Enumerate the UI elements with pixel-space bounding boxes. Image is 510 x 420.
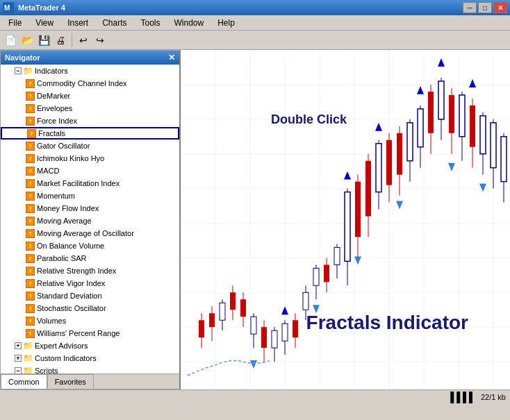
navigator-close-btn[interactable]: ✕ [168,53,175,62]
nav-label-envelopes: Envelopes [37,104,72,112]
svg-text:M: M [4,4,10,12]
toolbar-open[interactable]: 📂 [19,33,35,48]
nav-label-stddev: Standard Deviation [37,292,102,300]
indicator-f-icon: f [26,304,35,313]
expand-scripts[interactable]: − [15,367,22,373]
expert-advisors-label: Expert Advisors [35,342,88,350]
toolbar-save[interactable]: 💾 [36,33,51,48]
nav-item-macd[interactable]: f MACD [1,165,179,177]
navigator-tabs: Common Favorites [1,373,179,389]
nav-item-ichimoku[interactable]: f Ichimoku Kinko Hyo [1,152,179,165]
svg-rect-72 [459,95,465,137]
indicator-f-icon: f [26,229,35,238]
nav-label-psar: Parabolic SAR [37,254,87,262]
menu-help[interactable]: Help [212,17,240,29]
menu-view[interactable]: View [30,17,59,29]
expand-custom-indicators[interactable]: + [15,355,22,362]
bar-icon: ▌▌▌▌ [450,392,475,403]
nav-item-wpr[interactable]: f Williams' Percent Range [1,327,179,339]
expert-advisors-icon: 📁 [23,341,33,351]
main-layout: Navigator ✕ − 📁 Indicators f Commodity C… [0,50,510,389]
svg-rect-58 [386,140,392,185]
nav-label-demarker: DeMarker [37,92,70,100]
indicator-f-icon: f [26,117,35,126]
navigator-body[interactable]: − 📁 Indicators f Commodity Channel Index… [1,65,179,373]
svg-rect-64 [418,109,423,147]
nav-indicators-row[interactable]: − 📁 Indicators [1,65,179,77]
chart-area[interactable]: Double Click Fractals Indicator [181,50,510,389]
indicator-f-icon: f [27,129,36,138]
indicators-label: Indicators [35,67,68,75]
nav-scripts-row[interactable]: − 📁 Scripts [1,364,179,373]
nav-item-obv[interactable]: f On Balance Volume [1,240,179,252]
nav-label-ma: Moving Average [37,217,92,225]
nav-item-mao[interactable]: f Moving Average of Oscillator [1,227,179,240]
nav-item-ma[interactable]: f Moving Average [1,215,179,227]
menu-bar: File View Insert Charts Tools Window Hel… [0,15,510,31]
svg-rect-60 [397,133,402,175]
nav-item-stddev[interactable]: f Standard Deviation [1,289,179,302]
svg-rect-62 [407,123,413,161]
nav-item-momentum[interactable]: f Momentum [1,190,179,202]
nav-label-gator: Gator Oscillator [37,142,90,150]
close-button[interactable]: ✕ [493,2,507,13]
indicator-f-icon: f [26,217,35,226]
nav-label-cci: Commodity Channel Index [37,79,127,87]
nav-item-demarker[interactable]: f DeMarker [1,90,179,102]
nav-item-mfi[interactable]: f Market Facilitation Index [1,177,179,190]
tab-common[interactable]: Common [1,374,47,389]
nav-label-obv: On Balance Volume [37,242,104,250]
nav-item-psar[interactable]: f Parabolic SAR [1,252,179,264]
indicator-f-icon: f [26,104,35,113]
indicator-f-icon: f [26,317,35,326]
svg-rect-78 [491,123,496,168]
indicator-f-icon: f [26,267,35,276]
nav-item-volumes[interactable]: f Volumes [1,314,179,327]
nav-label-macd: MACD [37,167,59,175]
nav-item-cci[interactable]: f Commodity Channel Index [1,77,179,90]
expand-expert-advisors[interactable]: + [15,342,22,349]
nav-item-stoch[interactable]: f Stochastic Oscillator [1,302,179,314]
toolbar-redo[interactable]: ↪ [92,33,108,48]
svg-rect-36 [272,330,277,348]
svg-rect-44 [313,268,319,285]
navigator-header: Navigator ✕ [1,51,179,65]
toolbar-new[interactable]: 📄 [3,33,18,48]
indicator-f-icon: f [26,242,35,251]
minimize-button[interactable]: ─ [463,2,477,13]
indicator-f-icon: f [26,279,35,288]
menu-window[interactable]: Window [169,17,210,29]
menu-insert[interactable]: Insert [62,17,94,29]
window-title: MetaTrader 4 [18,3,463,12]
toolbar-undo[interactable]: ↩ [76,33,91,48]
indicator-f-icon: f [26,292,35,301]
nav-label-stoch: Stochastic Oscillator [37,304,106,312]
window-controls: ─ □ ✕ [463,2,507,13]
expand-indicators[interactable]: − [15,67,22,74]
nav-item-rsi[interactable]: f Relative Strength Index [1,264,179,277]
toolbar: 📄 📂 💾 🖨 ↩ ↪ [0,31,510,50]
nav-item-fractals[interactable]: f Fractals [1,127,179,140]
nav-expert-advisors-row[interactable]: + 📁 Expert Advisors [1,339,179,352]
double-click-label: Double Click [271,112,347,127]
menu-tools[interactable]: Tools [135,17,166,29]
svg-rect-46 [324,264,329,282]
toolbar-print[interactable]: 🖨 [53,33,68,48]
nav-item-envelopes[interactable]: f Envelopes [1,102,179,115]
nav-custom-indicators-row[interactable]: + 📁 Custom Indicators [1,352,179,364]
svg-rect-66 [428,92,434,133]
title-bar: M MetaTrader 4 ─ □ ✕ [0,0,510,15]
nav-item-gator[interactable]: f Gator Oscillator [1,140,179,152]
menu-charts[interactable]: Charts [97,17,132,29]
nav-item-force[interactable]: f Force Index [1,115,179,127]
navigator-panel: Navigator ✕ − 📁 Indicators f Commodity C… [0,50,181,389]
nav-item-moneyflow[interactable]: f Money Flow Index [1,202,179,215]
tab-favorites[interactable]: Favorites [47,374,94,389]
svg-rect-50 [345,192,350,262]
nav-item-rvi[interactable]: f Relative Vigor Index [1,277,179,289]
restore-button[interactable]: □ [478,2,492,13]
nav-label-mao: Moving Average of Oscillator [37,229,134,237]
svg-rect-34 [261,327,267,348]
indicator-f-icon: f [26,167,35,176]
menu-file[interactable]: File [3,17,27,29]
